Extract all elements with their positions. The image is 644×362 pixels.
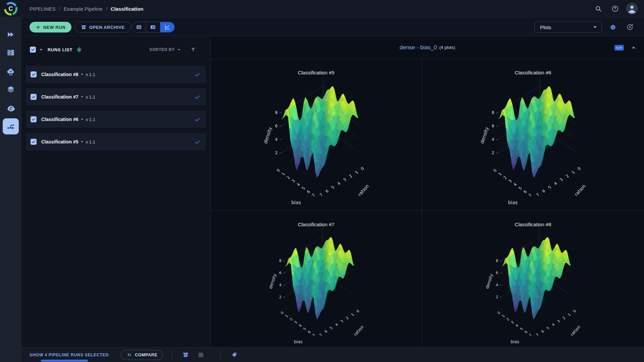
sidebar-item-reports[interactable] xyxy=(3,82,18,97)
clearml-logo[interactable]: C xyxy=(4,2,17,15)
sidebar-item-pipelines[interactable] xyxy=(3,118,19,134)
breadcrumb-pipeline-name[interactable]: Example Pipeline xyxy=(64,6,103,12)
run-version: v 1.1 xyxy=(86,139,95,144)
check-icon xyxy=(32,95,36,99)
run-selected-icon xyxy=(194,71,201,78)
compare-button[interactable]: COMPARE xyxy=(121,350,163,360)
sorted-by-control[interactable]: SORTED BY xyxy=(150,47,181,52)
footer-bar: SHOW 4 PIPELINE RUNS SELECTED COMPARE xyxy=(21,347,644,362)
archive-icon xyxy=(182,352,189,358)
breadcrumb-pipelines[interactable]: PIPELINES xyxy=(30,6,56,12)
plot-cell: Classification #7 xyxy=(211,211,422,347)
selection-count-label[interactable]: SHOW 4 PIPELINE RUNS SELECTED xyxy=(30,353,109,357)
split-view-icon xyxy=(150,24,156,30)
add-tag-button[interactable] xyxy=(229,350,239,360)
check-icon xyxy=(31,48,35,52)
data-processing-icon xyxy=(6,67,15,76)
metric-type-dropdown[interactable]: Plots xyxy=(534,21,602,33)
new-run-button[interactable]: NEW RUN xyxy=(30,22,71,33)
run-name: Classification #7 xyxy=(41,94,78,100)
run-row[interactable]: Classification #8•v 1.1 xyxy=(26,66,206,83)
view-toggle-table[interactable] xyxy=(132,22,146,32)
run-name: Classification #5 xyxy=(41,139,78,144)
plot-cell: Classification #8 xyxy=(422,211,644,347)
view-toggle-plots[interactable] xyxy=(160,22,174,32)
left-nav xyxy=(0,17,21,362)
plot-title: Classification #6 xyxy=(422,59,644,75)
runs-list-title: RUNS LIST xyxy=(48,47,72,52)
embed-code-button[interactable]: </> xyxy=(614,45,624,51)
collapse-chevron-up-icon[interactable] xyxy=(631,45,637,51)
plot-cell: Classification #6 xyxy=(422,59,644,211)
plot-cell: Classification #5 xyxy=(211,59,422,211)
chart-view-icon xyxy=(164,24,170,30)
chevron-down-icon xyxy=(177,49,181,51)
run-version: v 1.1 xyxy=(86,117,95,122)
surface-plot-canvas[interactable] xyxy=(238,228,395,347)
plots-panel: dense - bias_0 (4 plots) </> Classificat… xyxy=(210,36,644,347)
run-name: Classification #8 xyxy=(41,72,78,77)
open-archive-button[interactable]: OPEN ARCHIVE xyxy=(74,22,131,33)
run-selected-icon xyxy=(194,139,201,145)
run-checkbox[interactable] xyxy=(31,94,37,100)
bullet: • xyxy=(82,139,83,144)
plus-icon xyxy=(36,25,41,30)
chevron-down-icon[interactable] xyxy=(39,49,43,51)
plot-group-header: dense - bias_0 (4 plots) </> xyxy=(211,36,644,59)
run-checkbox[interactable] xyxy=(31,139,37,145)
plots-grid: Classification #5Classification #6Classi… xyxy=(211,59,644,347)
pipelines-icon xyxy=(6,122,15,131)
plot-title: Classification #7 xyxy=(211,211,422,227)
chevron-down-icon xyxy=(593,26,597,28)
user-avatar[interactable] xyxy=(626,3,638,15)
runs-list-header: RUNS LIST SORTED BY xyxy=(21,36,210,58)
run-checkbox[interactable] xyxy=(31,116,37,122)
divider xyxy=(172,351,172,359)
runs-list: Classification #8•v 1.1Classification #7… xyxy=(21,58,210,150)
check-icon xyxy=(32,140,36,144)
surface-plot-canvas[interactable] xyxy=(446,76,620,211)
sidebar-item-datasets[interactable] xyxy=(3,45,18,60)
reports-icon xyxy=(6,85,15,94)
help-icon[interactable] xyxy=(609,3,621,15)
compare-icon xyxy=(126,352,132,358)
breadcrumb-separator: / xyxy=(106,6,107,12)
filter-funnel-icon[interactable] xyxy=(190,47,196,53)
sidebar-item-projects[interactable] xyxy=(3,27,18,42)
models-icon xyxy=(6,104,15,113)
breadcrumb: PIPELINES / Example Pipeline / Classific… xyxy=(30,0,143,17)
surface-plot-canvas[interactable] xyxy=(454,228,611,347)
sidebar-item-models[interactable] xyxy=(3,101,18,116)
breadcrumb-current-page: Classification xyxy=(111,6,144,12)
search-icon[interactable] xyxy=(592,3,604,15)
check-icon xyxy=(32,117,36,121)
horizontal-scrollbar-thumb[interactable] xyxy=(41,360,88,362)
plot-title: Classification #8 xyxy=(422,211,644,227)
toolbar: NEW RUN OPEN ARCHIVE Plots xyxy=(21,17,644,36)
surface-plot-canvas[interactable] xyxy=(229,76,404,211)
plot-group-title[interactable]: dense - bias_0 xyxy=(399,44,437,51)
bullet: • xyxy=(82,72,83,77)
archive-button[interactable] xyxy=(181,350,190,360)
auto-refresh-icon[interactable] xyxy=(626,23,634,32)
view-toggle-split[interactable] xyxy=(146,22,160,32)
run-selected-icon xyxy=(194,116,201,123)
settings-gear-icon[interactable] xyxy=(608,23,617,32)
run-row[interactable]: Classification #6•v 1.1 xyxy=(26,111,206,128)
tag-icon xyxy=(231,352,237,358)
run-row[interactable]: Classification #7•v 1.1 xyxy=(26,88,206,106)
select-all-checkbox[interactable] xyxy=(30,47,36,53)
logo-letter: C xyxy=(6,4,15,13)
top-header: C PIPELINES / Example Pipeline / Classif… xyxy=(0,0,644,17)
tune-icon[interactable] xyxy=(76,46,83,53)
sorted-by-label: SORTED BY xyxy=(150,47,175,52)
run-checkbox[interactable] xyxy=(31,71,37,77)
app-root: C PIPELINES / Example Pipeline / Classif… xyxy=(0,0,644,362)
table-view-icon xyxy=(136,24,142,30)
new-run-label: NEW RUN xyxy=(43,25,65,30)
check-icon xyxy=(32,72,36,76)
sidebar-item-data-processing[interactable] xyxy=(3,64,18,79)
divider xyxy=(220,351,221,359)
stop-icon xyxy=(199,353,203,357)
run-row[interactable]: Classification #5•v 1.1 xyxy=(26,133,206,150)
